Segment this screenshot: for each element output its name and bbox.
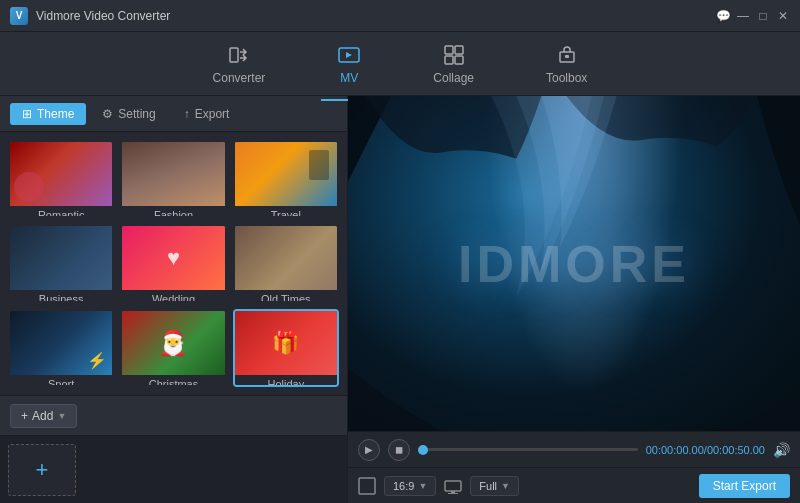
svg-rect-11 <box>448 493 458 494</box>
converter-icon <box>227 43 251 67</box>
quality-icon <box>444 477 462 495</box>
theme-romantic-label: Romantic <box>10 206 112 218</box>
quality-select[interactable]: Full ▼ <box>470 476 519 496</box>
ratio-value: 16:9 <box>393 480 414 492</box>
setting-tab-icon: ⚙ <box>102 107 113 121</box>
add-plus-icon: + <box>21 409 28 423</box>
video-preview: IDMORE <box>348 96 800 431</box>
theme-business-label: Business <box>10 290 112 302</box>
close-button[interactable]: ✕ <box>776 9 790 23</box>
ratio-select[interactable]: 16:9 ▼ <box>384 476 436 496</box>
tab-export[interactable]: ↑ Export <box>172 103 242 125</box>
svg-rect-4 <box>445 56 453 64</box>
clip-area: + <box>0 435 347 503</box>
tab-export-label: Export <box>195 107 230 121</box>
nav-toolbox[interactable]: Toolbox <box>530 35 603 93</box>
theme-sport-label: Sport <box>10 375 112 387</box>
chat-button[interactable]: 💬 <box>716 9 730 23</box>
left-panel: ⊞ Theme ⚙ Setting ↑ Export Romantic <box>0 96 348 503</box>
right-panel: IDMORE ▶ ◼ 00:00:00.00/00:00:50.00 🔊 <box>348 96 800 503</box>
volume-icon[interactable]: 🔊 <box>773 442 790 458</box>
watermark-text: IDMORE <box>458 234 690 294</box>
svg-rect-10 <box>451 491 455 493</box>
theme-christmas-label: Christmas <box>122 375 224 387</box>
theme-travel[interactable]: Travel <box>233 140 339 218</box>
nav-collage-label: Collage <box>433 71 474 85</box>
mv-icon <box>337 43 361 67</box>
svg-rect-8 <box>359 478 375 494</box>
svg-rect-0 <box>230 48 238 62</box>
tab-theme[interactable]: ⊞ Theme <box>10 103 86 125</box>
add-bar: + Add ▼ <box>0 395 347 435</box>
tab-setting-label: Setting <box>118 107 155 121</box>
quality-value: Full <box>479 480 497 492</box>
start-export-label: Start Export <box>713 479 776 493</box>
svg-rect-7 <box>565 55 569 58</box>
app-icon: V <box>10 7 28 25</box>
svg-rect-9 <box>445 481 461 491</box>
tab-setting[interactable]: ⚙ Setting <box>90 103 167 125</box>
main-area: ⊞ Theme ⚙ Setting ↑ Export Romantic <box>0 96 800 503</box>
window-controls: 💬 — □ ✕ <box>716 9 790 23</box>
time-display: 00:00:00.00/00:00:50.00 <box>646 444 765 456</box>
collage-icon <box>442 43 466 67</box>
start-export-button[interactable]: Start Export <box>699 474 790 498</box>
add-button[interactable]: + Add ▼ <box>10 404 77 428</box>
time-total: 00:00:50.00 <box>707 444 765 456</box>
quality-chevron-icon: ▼ <box>501 481 510 491</box>
theme-fashion[interactable]: Fashion <box>120 140 226 218</box>
theme-romantic[interactable]: Romantic <box>8 140 114 218</box>
theme-tab-icon: ⊞ <box>22 107 32 121</box>
nav-mv-label: MV <box>340 71 358 85</box>
maximize-button[interactable]: □ <box>756 9 770 23</box>
title-bar: V Vidmore Video Converter 💬 — □ ✕ <box>0 0 800 32</box>
theme-christmas[interactable]: 🎅 Christmas <box>120 309 226 387</box>
theme-travel-label: Travel <box>235 206 337 218</box>
export-tab-icon: ↑ <box>184 107 190 121</box>
theme-wedding-label: Wedding <box>122 290 224 302</box>
theme-holiday[interactable]: 🎁 Holiday <box>233 309 339 387</box>
theme-oldtimes[interactable]: Old Times <box>233 224 339 302</box>
clip-add-icon: + <box>36 457 49 483</box>
bottom-controls: 16:9 ▼ Full ▼ Start Export <box>348 467 800 503</box>
ratio-chevron-icon: ▼ <box>418 481 427 491</box>
progress-bar[interactable] <box>418 448 638 451</box>
nav-converter[interactable]: Converter <box>197 35 282 93</box>
svg-rect-2 <box>445 46 453 54</box>
tab-theme-label: Theme <box>37 107 74 121</box>
nav-converter-label: Converter <box>213 71 266 85</box>
svg-rect-3 <box>455 46 463 54</box>
controls-bar: ▶ ◼ 00:00:00.00/00:00:50.00 🔊 <box>348 431 800 467</box>
toolbox-icon <box>555 43 579 67</box>
app-title: Vidmore Video Converter <box>36 9 716 23</box>
theme-oldtimes-label: Old Times <box>235 290 337 302</box>
theme-wedding[interactable]: ♥ Wedding <box>120 224 226 302</box>
progress-indicator <box>418 445 428 455</box>
theme-sport[interactable]: ⚡ Sport <box>8 309 114 387</box>
stop-button[interactable]: ◼ <box>388 439 410 461</box>
clip-add-placeholder[interactable]: + <box>8 444 76 496</box>
theme-grid: Romantic Fashion Travel Business <box>0 132 347 395</box>
play-icon: ▶ <box>365 444 373 455</box>
play-button[interactable]: ▶ <box>358 439 380 461</box>
time-current: 00:00:00.00 <box>646 444 704 456</box>
svg-rect-5 <box>455 56 463 64</box>
minimize-button[interactable]: — <box>736 9 750 23</box>
nav-mv[interactable]: MV <box>321 35 377 93</box>
stop-icon: ◼ <box>395 444 403 455</box>
add-chevron-icon: ▼ <box>57 411 66 421</box>
nav-collage[interactable]: Collage <box>417 35 490 93</box>
nav-toolbox-label: Toolbox <box>546 71 587 85</box>
add-label: Add <box>32 409 53 423</box>
theme-holiday-label: Holiday <box>235 375 337 387</box>
theme-fashion-label: Fashion <box>122 206 224 218</box>
sub-tabs: ⊞ Theme ⚙ Setting ↑ Export <box>0 96 347 132</box>
ratio-frame-icon <box>358 477 376 495</box>
top-nav: Converter MV Collage <box>0 32 800 96</box>
theme-business[interactable]: Business <box>8 224 114 302</box>
